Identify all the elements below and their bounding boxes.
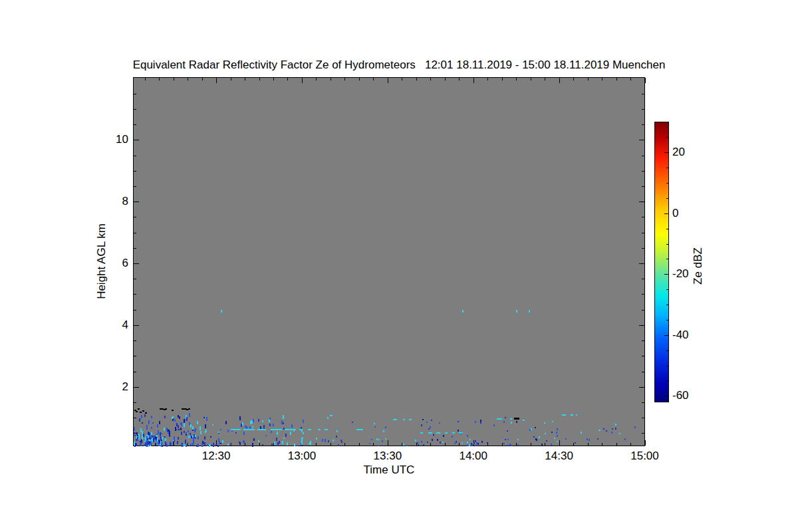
colorbar-label: Ze dBZ (692, 219, 704, 313)
y-tick-label: 2 (82, 381, 128, 393)
colorbar-tick-label: -20 (672, 268, 706, 280)
x-tick-label: 12:30 (196, 450, 236, 462)
x-tick-label: 14:00 (454, 450, 493, 462)
y-tick-label: 10 (82, 134, 128, 146)
radar-quicklook-figure: Equivalent Radar Reflectivity Factor Ze … (0, 0, 798, 532)
x-tick-label: 13:00 (282, 450, 322, 462)
colorbar-tick-label: 20 (672, 146, 706, 158)
y-tick-label: 8 (82, 196, 128, 207)
figure-title: Equivalent Radar Reflectivity Factor Ze … (0, 59, 798, 72)
x-tick-label: 15:00 (625, 450, 665, 462)
colorbar (654, 122, 669, 402)
y-tick-label: 6 (82, 257, 128, 269)
colorbar-tick-label: 0 (672, 207, 706, 219)
y-tick-label: 4 (82, 319, 128, 331)
x-tick-label: 14:30 (539, 450, 579, 462)
x-axis-label: Time UTC (256, 464, 522, 477)
colorbar-tick-label: -60 (672, 390, 706, 402)
plot-area (133, 77, 645, 446)
colorbar-tick-label: -40 (672, 329, 706, 341)
x-tick-label: 13:30 (368, 450, 408, 462)
